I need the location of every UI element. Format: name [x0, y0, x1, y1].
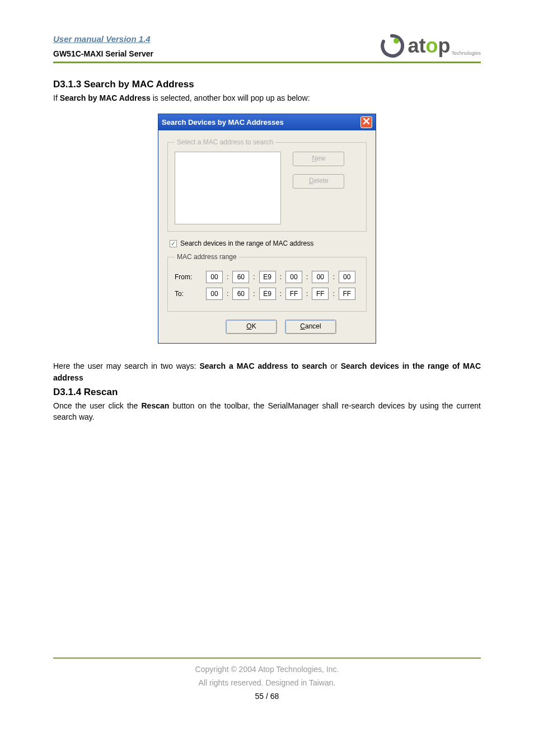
to-row: To: : : : : :: [175, 288, 359, 300]
manual-version: User manual Version 1.4: [53, 34, 153, 44]
from-octet-4[interactable]: [285, 271, 302, 283]
mac-range-group: MAC address range From: : : : : : To: : …: [167, 253, 367, 312]
range-checkbox[interactable]: ✓: [170, 240, 177, 247]
from-row: From: : : : : :: [175, 271, 359, 283]
footer-divider: [53, 658, 481, 659]
select-mac-legend: Select a MAC address to search: [175, 138, 275, 146]
from-octet-1[interactable]: [206, 271, 223, 283]
search-mac-dialog: Search Devices by MAC Addresses Select a…: [158, 114, 376, 344]
section1-text: If Search by MAC Address is selected, an…: [53, 92, 481, 104]
to-octet-4[interactable]: [285, 288, 302, 300]
from-octet-5[interactable]: [312, 271, 329, 283]
mac-listbox[interactable]: [175, 152, 281, 224]
svg-point-0: [394, 38, 399, 44]
to-label: To:: [175, 290, 203, 298]
copyright: Copyright © 2004 Atop Technologies, Inc.: [53, 663, 481, 677]
section2-text: Once the user click the Rescan button on…: [53, 400, 481, 423]
range-checkbox-label: Search devices in the range of MAC addre…: [180, 240, 313, 247]
logo-text: atop: [407, 34, 450, 57]
from-octet-6[interactable]: [339, 271, 355, 283]
logo: atop Technologies: [380, 34, 481, 58]
rights: All rights reserved. Designed in Taiwan.: [53, 677, 481, 690]
cancel-button[interactable]: Cancel: [285, 320, 336, 334]
mac-range-legend: MAC address range: [175, 253, 239, 261]
product-name: GW51C-MAXI Serial Server: [53, 49, 153, 58]
to-octet-6[interactable]: [339, 288, 355, 300]
from-octet-3[interactable]: [259, 271, 276, 283]
logo-icon: [380, 34, 404, 58]
page-number: 55 / 68: [53, 690, 481, 703]
section-title-d313: D3.1.3 Search by MAC Address: [53, 79, 481, 90]
to-octet-2[interactable]: [232, 288, 249, 300]
select-mac-group: Select a MAC address to search New Delet…: [167, 138, 367, 232]
section-title-d314: D3.1.4 Rescan: [53, 387, 481, 398]
dialog-titlebar: Search Devices by MAC Addresses: [158, 114, 376, 130]
logo-subtext: Technologies: [451, 50, 481, 56]
two-ways-paragraph: Here the user may search in two ways: Se…: [53, 360, 481, 383]
page-footer: Copyright © 2004 Atop Technologies, Inc.…: [53, 663, 481, 703]
from-octet-2[interactable]: [232, 271, 249, 283]
ok-button[interactable]: OK: [226, 320, 277, 334]
header-divider: [53, 62, 481, 63]
page-header: User manual Version 1.4 GW51C-MAXI Seria…: [53, 34, 481, 58]
to-octet-1[interactable]: [206, 288, 223, 300]
close-button[interactable]: [360, 116, 372, 128]
dialog-title: Search Devices by MAC Addresses: [162, 118, 284, 126]
new-button: New: [293, 152, 344, 166]
to-octet-3[interactable]: [259, 288, 276, 300]
from-label: From:: [175, 273, 203, 281]
delete-button: Delete: [293, 174, 344, 189]
to-octet-5[interactable]: [312, 288, 329, 300]
